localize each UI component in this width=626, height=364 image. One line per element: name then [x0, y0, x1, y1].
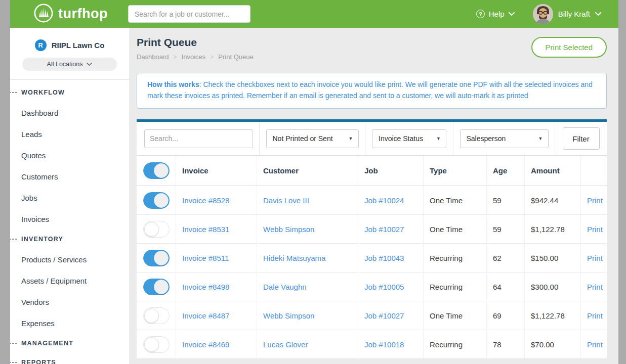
turfhop-grass-icon — [33, 3, 54, 25]
job-link[interactable]: Job #10027 — [364, 311, 404, 320]
row-select-toggle[interactable] — [143, 192, 170, 209]
sidebar-item-leads[interactable]: Leads — [10, 123, 129, 145]
select-arrow-icon: ▼ — [349, 136, 353, 141]
invoice-type: One Time — [424, 186, 487, 214]
col-header-invoice: Invoice — [176, 156, 257, 186]
sidebar-item-products-services[interactable]: Products / Services — [10, 249, 129, 270]
print-link[interactable]: Print — [587, 196, 603, 205]
invoice-amount: $1,122.78 — [525, 215, 581, 243]
sidebar-item-assets-equipment[interactable]: Assets / Equipment — [10, 270, 129, 291]
breadcrumb-invoices[interactable]: Invoices — [182, 53, 206, 61]
breadcrumb-dashboard[interactable]: Dashboard — [137, 53, 169, 61]
invoice-link[interactable]: Invoice #8511 — [182, 254, 229, 262]
section-dashes-icon — [10, 343, 17, 344]
invoice-link[interactable]: Invoice #8487 — [182, 311, 229, 320]
sidebar-item-quotes[interactable]: Quotes — [10, 145, 129, 166]
salesperson-select[interactable]: Salesperson ▼ — [460, 129, 549, 148]
locations-dropdown[interactable]: All Locations — [22, 58, 117, 71]
job-link[interactable]: Job #10018 — [364, 340, 404, 349]
invoice-link[interactable]: Invoice #8469 — [182, 340, 229, 349]
printed-filter-select[interactable]: Not Printed or Sent ▼ — [266, 129, 359, 148]
print-link[interactable]: Print — [587, 254, 603, 262]
select-arrow-icon: ▼ — [538, 136, 543, 141]
right-scrollbar-gutter[interactable] — [618, 0, 626, 364]
org-badge: R — [35, 39, 47, 51]
select-all-toggle[interactable] — [143, 162, 170, 179]
table-row: Invoice #8531 Webb Simpson Job #10027 On… — [137, 215, 607, 244]
left-gutter — [0, 0, 10, 364]
sidebar-item-jobs[interactable]: Jobs — [10, 187, 129, 208]
invoice-age: 78 — [487, 330, 525, 358]
chevron-down-icon — [595, 12, 601, 16]
section-dashes-icon — [10, 239, 17, 240]
print-link[interactable]: Print — [587, 225, 603, 234]
customer-link[interactable]: Davis Love III — [263, 196, 309, 205]
print-queue-panel: Not Printed or Sent ▼ Invoice Status ▼ S… — [137, 119, 607, 359]
customer-link[interactable]: Webb Simpson — [263, 311, 314, 320]
brand-logo[interactable]: turfhop — [33, 3, 108, 25]
row-select-toggle[interactable] — [143, 279, 170, 295]
invoice-type: Recurring — [424, 272, 487, 301]
print-selected-button[interactable]: Print Selected — [531, 37, 607, 58]
customer-link[interactable]: Hideki Matsuyama — [263, 254, 325, 262]
job-link[interactable]: Job #10005 — [364, 283, 404, 291]
customer-link[interactable]: Dale Vaughn — [263, 283, 307, 291]
top-navbar: turfhop ? Help — [10, 0, 618, 28]
invoice-type: One Time — [424, 215, 487, 243]
customer-link[interactable]: Lucas Glover — [263, 340, 308, 349]
sidebar-item-dashboard[interactable]: Dashboard — [10, 102, 129, 123]
section-inventory: INVENTORY — [10, 230, 129, 249]
invoice-link[interactable]: Invoice #8528 — [182, 196, 229, 205]
invoice-amount: $1,122.78 — [525, 301, 581, 330]
print-link[interactable]: Print — [587, 311, 603, 320]
col-header-job: Job — [358, 156, 424, 186]
invoice-age: 64 — [487, 272, 525, 301]
invoice-amount: $70.00 — [525, 330, 581, 358]
row-select-toggle[interactable] — [143, 250, 170, 266]
invoice-link[interactable]: Invoice #8498 — [182, 283, 229, 291]
col-header-amount: Amount — [525, 156, 581, 186]
main-content: Print Queue Dashboard > Invoices > Print… — [129, 28, 618, 364]
help-icon: ? — [476, 10, 485, 18]
user-name: Billy Kraft — [558, 10, 590, 18]
organization[interactable]: R RIIPL Lawn Co — [10, 39, 129, 51]
job-link[interactable]: Job #10043 — [364, 254, 404, 262]
select-arrow-icon: ▼ — [436, 136, 441, 141]
job-link[interactable]: Job #10024 — [364, 196, 404, 205]
row-select-toggle[interactable] — [143, 307, 170, 324]
info-body: : Check the checkboxes next to each invo… — [147, 80, 593, 100]
global-search-input[interactable] — [128, 5, 251, 23]
locations-label: All Locations — [47, 61, 83, 68]
user-menu[interactable]: Billy Kraft — [533, 4, 601, 24]
section-dashes-icon — [10, 362, 17, 363]
breadcrumb-separator: > — [210, 53, 214, 61]
user-avatar — [533, 4, 553, 24]
help-menu[interactable]: ? Help — [476, 10, 515, 18]
customer-link[interactable]: Webb Simpson — [263, 225, 314, 234]
col-header-type: Type — [424, 156, 487, 186]
breadcrumb-separator: > — [174, 53, 177, 61]
table-row: Invoice #8498 Dale Vaughn Job #10005 Rec… — [137, 272, 607, 301]
row-select-toggle[interactable] — [143, 221, 170, 238]
sidebar-item-customers[interactable]: Customers — [10, 166, 129, 187]
invoice-age: 59 — [487, 215, 525, 243]
job-link[interactable]: Job #10027 — [364, 225, 404, 234]
info-title: How this works — [147, 80, 199, 88]
invoice-type: Recurring — [424, 244, 487, 272]
table-search-input[interactable] — [144, 129, 253, 148]
table-row: Invoice #8487 Webb Simpson Job #10027 On… — [137, 301, 607, 330]
chevron-down-icon — [509, 12, 515, 16]
invoice-link[interactable]: Invoice #8531 — [182, 225, 229, 234]
sidebar-item-vendors[interactable]: Vendors — [10, 291, 129, 312]
table-row: Invoice #8469 Lucas Glover Job #10018 Re… — [137, 330, 607, 359]
breadcrumb-print-queue: Print Queue — [218, 53, 253, 61]
sidebar-item-invoices[interactable]: Invoices — [10, 208, 129, 230]
invoice-status-select[interactable]: Invoice Status ▼ — [372, 129, 446, 148]
row-select-toggle[interactable] — [143, 336, 170, 353]
print-link[interactable]: Print — [587, 283, 603, 291]
filter-button[interactable]: Filter — [563, 127, 600, 150]
help-label: Help — [489, 10, 505, 18]
print-link[interactable]: Print — [587, 340, 603, 349]
invoice-age: 62 — [487, 244, 525, 272]
sidebar-item-expenses[interactable]: Expenses — [10, 312, 129, 334]
